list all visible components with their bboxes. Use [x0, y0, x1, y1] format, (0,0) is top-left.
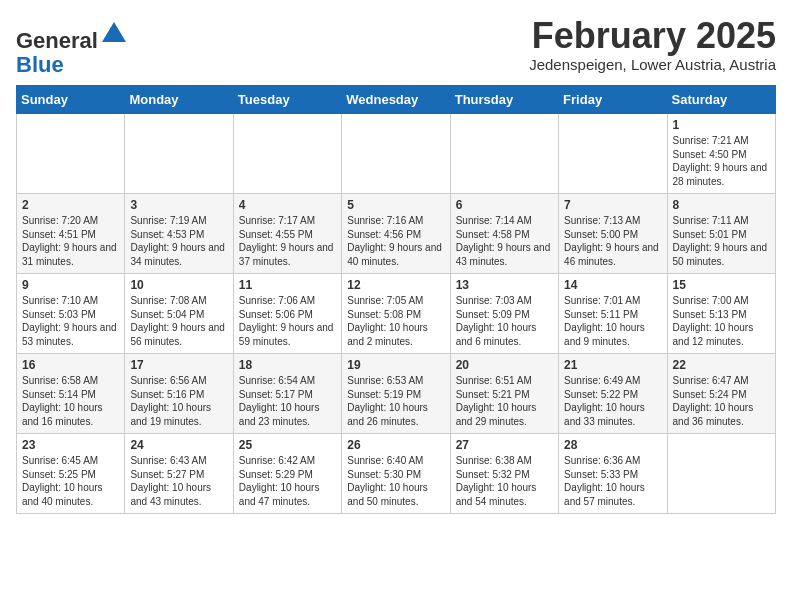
day-number: 27 — [456, 438, 553, 452]
weekday-header-row: SundayMondayTuesdayWednesdayThursdayFrid… — [17, 86, 776, 114]
day-info: Sunrise: 6:43 AM Sunset: 5:27 PM Dayligh… — [130, 454, 227, 508]
weekday-header-sunday: Sunday — [17, 86, 125, 114]
day-number: 17 — [130, 358, 227, 372]
day-number: 19 — [347, 358, 444, 372]
calendar-cell: 9Sunrise: 7:10 AM Sunset: 5:03 PM Daylig… — [17, 274, 125, 354]
calendar-cell: 16Sunrise: 6:58 AM Sunset: 5:14 PM Dayli… — [17, 354, 125, 434]
day-info: Sunrise: 7:14 AM Sunset: 4:58 PM Dayligh… — [456, 214, 553, 268]
day-number: 10 — [130, 278, 227, 292]
calendar-cell: 20Sunrise: 6:51 AM Sunset: 5:21 PM Dayli… — [450, 354, 558, 434]
day-info: Sunrise: 6:54 AM Sunset: 5:17 PM Dayligh… — [239, 374, 336, 428]
day-number: 20 — [456, 358, 553, 372]
calendar-cell: 25Sunrise: 6:42 AM Sunset: 5:29 PM Dayli… — [233, 434, 341, 514]
day-info: Sunrise: 7:19 AM Sunset: 4:53 PM Dayligh… — [130, 214, 227, 268]
day-info: Sunrise: 6:38 AM Sunset: 5:32 PM Dayligh… — [456, 454, 553, 508]
day-number: 26 — [347, 438, 444, 452]
week-row-1: 1Sunrise: 7:21 AM Sunset: 4:50 PM Daylig… — [17, 114, 776, 194]
day-number: 24 — [130, 438, 227, 452]
day-number: 25 — [239, 438, 336, 452]
day-info: Sunrise: 6:56 AM Sunset: 5:16 PM Dayligh… — [130, 374, 227, 428]
day-number: 2 — [22, 198, 119, 212]
title-section: February 2025 Jedenspeigen, Lower Austri… — [529, 16, 776, 73]
weekday-header-wednesday: Wednesday — [342, 86, 450, 114]
week-row-4: 16Sunrise: 6:58 AM Sunset: 5:14 PM Dayli… — [17, 354, 776, 434]
day-number: 9 — [22, 278, 119, 292]
day-info: Sunrise: 6:49 AM Sunset: 5:22 PM Dayligh… — [564, 374, 661, 428]
day-number: 6 — [456, 198, 553, 212]
day-number: 12 — [347, 278, 444, 292]
day-info: Sunrise: 6:36 AM Sunset: 5:33 PM Dayligh… — [564, 454, 661, 508]
day-number: 23 — [22, 438, 119, 452]
day-info: Sunrise: 7:08 AM Sunset: 5:04 PM Dayligh… — [130, 294, 227, 348]
calendar-cell: 13Sunrise: 7:03 AM Sunset: 5:09 PM Dayli… — [450, 274, 558, 354]
day-info: Sunrise: 7:17 AM Sunset: 4:55 PM Dayligh… — [239, 214, 336, 268]
calendar-cell: 10Sunrise: 7:08 AM Sunset: 5:04 PM Dayli… — [125, 274, 233, 354]
day-number: 7 — [564, 198, 661, 212]
calendar-cell: 11Sunrise: 7:06 AM Sunset: 5:06 PM Dayli… — [233, 274, 341, 354]
day-info: Sunrise: 6:40 AM Sunset: 5:30 PM Dayligh… — [347, 454, 444, 508]
day-info: Sunrise: 6:45 AM Sunset: 5:25 PM Dayligh… — [22, 454, 119, 508]
day-info: Sunrise: 7:06 AM Sunset: 5:06 PM Dayligh… — [239, 294, 336, 348]
day-number: 3 — [130, 198, 227, 212]
day-info: Sunrise: 6:58 AM Sunset: 5:14 PM Dayligh… — [22, 374, 119, 428]
week-row-3: 9Sunrise: 7:10 AM Sunset: 5:03 PM Daylig… — [17, 274, 776, 354]
calendar-cell — [559, 114, 667, 194]
calendar-table: SundayMondayTuesdayWednesdayThursdayFrid… — [16, 85, 776, 514]
calendar-cell: 1Sunrise: 7:21 AM Sunset: 4:50 PM Daylig… — [667, 114, 775, 194]
day-number: 8 — [673, 198, 770, 212]
day-number: 16 — [22, 358, 119, 372]
day-info: Sunrise: 6:42 AM Sunset: 5:29 PM Dayligh… — [239, 454, 336, 508]
calendar-cell: 2Sunrise: 7:20 AM Sunset: 4:51 PM Daylig… — [17, 194, 125, 274]
calendar-cell: 12Sunrise: 7:05 AM Sunset: 5:08 PM Dayli… — [342, 274, 450, 354]
weekday-header-monday: Monday — [125, 86, 233, 114]
calendar-cell: 14Sunrise: 7:01 AM Sunset: 5:11 PM Dayli… — [559, 274, 667, 354]
calendar-cell: 26Sunrise: 6:40 AM Sunset: 5:30 PM Dayli… — [342, 434, 450, 514]
day-info: Sunrise: 6:51 AM Sunset: 5:21 PM Dayligh… — [456, 374, 553, 428]
calendar-cell: 27Sunrise: 6:38 AM Sunset: 5:32 PM Dayli… — [450, 434, 558, 514]
day-number: 13 — [456, 278, 553, 292]
day-info: Sunrise: 7:16 AM Sunset: 4:56 PM Dayligh… — [347, 214, 444, 268]
day-info: Sunrise: 6:53 AM Sunset: 5:19 PM Dayligh… — [347, 374, 444, 428]
day-info: Sunrise: 7:00 AM Sunset: 5:13 PM Dayligh… — [673, 294, 770, 348]
calendar-cell: 28Sunrise: 6:36 AM Sunset: 5:33 PM Dayli… — [559, 434, 667, 514]
day-info: Sunrise: 7:13 AM Sunset: 5:00 PM Dayligh… — [564, 214, 661, 268]
logo-icon — [100, 20, 128, 48]
weekday-header-thursday: Thursday — [450, 86, 558, 114]
day-info: Sunrise: 6:47 AM Sunset: 5:24 PM Dayligh… — [673, 374, 770, 428]
location-title: Jedenspeigen, Lower Austria, Austria — [529, 56, 776, 73]
week-row-2: 2Sunrise: 7:20 AM Sunset: 4:51 PM Daylig… — [17, 194, 776, 274]
day-number: 5 — [347, 198, 444, 212]
day-info: Sunrise: 7:21 AM Sunset: 4:50 PM Dayligh… — [673, 134, 770, 188]
calendar-cell — [17, 114, 125, 194]
day-number: 28 — [564, 438, 661, 452]
calendar-cell: 17Sunrise: 6:56 AM Sunset: 5:16 PM Dayli… — [125, 354, 233, 434]
calendar-cell: 7Sunrise: 7:13 AM Sunset: 5:00 PM Daylig… — [559, 194, 667, 274]
day-info: Sunrise: 7:10 AM Sunset: 5:03 PM Dayligh… — [22, 294, 119, 348]
logo-general-text: General — [16, 28, 98, 53]
day-info: Sunrise: 7:05 AM Sunset: 5:08 PM Dayligh… — [347, 294, 444, 348]
logo: General Blue — [16, 20, 128, 77]
day-number: 11 — [239, 278, 336, 292]
day-info: Sunrise: 7:03 AM Sunset: 5:09 PM Dayligh… — [456, 294, 553, 348]
day-info: Sunrise: 7:01 AM Sunset: 5:11 PM Dayligh… — [564, 294, 661, 348]
calendar-cell — [450, 114, 558, 194]
calendar-cell: 19Sunrise: 6:53 AM Sunset: 5:19 PM Dayli… — [342, 354, 450, 434]
page-header: General Blue February 2025 Jedenspeigen,… — [16, 16, 776, 77]
calendar-cell: 18Sunrise: 6:54 AM Sunset: 5:17 PM Dayli… — [233, 354, 341, 434]
logo-blue-text: Blue — [16, 52, 64, 77]
calendar-cell: 3Sunrise: 7:19 AM Sunset: 4:53 PM Daylig… — [125, 194, 233, 274]
day-number: 1 — [673, 118, 770, 132]
week-row-5: 23Sunrise: 6:45 AM Sunset: 5:25 PM Dayli… — [17, 434, 776, 514]
calendar-cell: 21Sunrise: 6:49 AM Sunset: 5:22 PM Dayli… — [559, 354, 667, 434]
calendar-cell — [125, 114, 233, 194]
day-number: 21 — [564, 358, 661, 372]
calendar-cell — [342, 114, 450, 194]
day-number: 14 — [564, 278, 661, 292]
day-info: Sunrise: 7:20 AM Sunset: 4:51 PM Dayligh… — [22, 214, 119, 268]
calendar-cell: 15Sunrise: 7:00 AM Sunset: 5:13 PM Dayli… — [667, 274, 775, 354]
month-title: February 2025 — [529, 16, 776, 56]
calendar-cell: 6Sunrise: 7:14 AM Sunset: 4:58 PM Daylig… — [450, 194, 558, 274]
day-number: 18 — [239, 358, 336, 372]
day-info: Sunrise: 7:11 AM Sunset: 5:01 PM Dayligh… — [673, 214, 770, 268]
weekday-header-saturday: Saturday — [667, 86, 775, 114]
